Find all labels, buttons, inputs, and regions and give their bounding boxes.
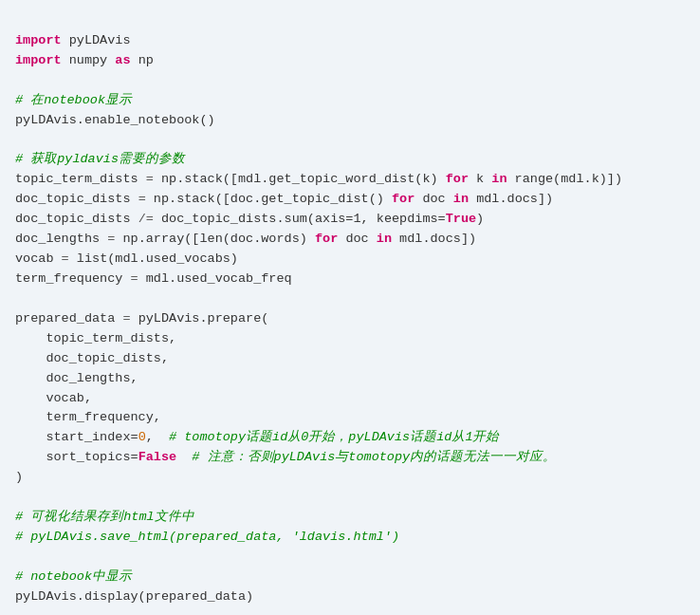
keyword-import2: import [15, 53, 62, 67]
var-doc-topic-dists-assign: doc_topic_dists [15, 212, 131, 226]
var-doc-topic-dists: doc_topic_dists [15, 192, 131, 206]
var-term-freq: term_frequency [15, 271, 122, 286]
code-container: import pyLDAvis import numpy as np # 在no… [0, 0, 700, 615]
comment-1: # 在notebook显示 [15, 93, 132, 107]
keyword-import: import [15, 33, 62, 47]
var-vocab: vocab [15, 252, 54, 266]
code-block: import pyLDAvis import numpy as np # 在no… [15, 11, 685, 615]
arg-vocab: vocab, [15, 391, 92, 405]
arg-start-index: start_index= [15, 430, 138, 444]
arg-doc-topic-dists: doc_topic_dists, [15, 351, 169, 365]
var-prepared-data: prepared_data [15, 311, 115, 326]
arg-sort-topics: sort_topics= [15, 450, 138, 464]
alias-np: np [138, 53, 154, 67]
call-enable-notebook: pyLDAvis.enable_notebook() [15, 113, 215, 127]
var-doc-lengths: doc_lengths [15, 232, 100, 246]
comment-2: # 获取pyldavis需要的参数 [15, 152, 185, 166]
comment-3: # 可视化结果存到html文件中 [15, 510, 194, 524]
arg-doc-lengths: doc_lengths, [15, 371, 138, 385]
close-paren: ) [15, 470, 23, 484]
module-pyldavis: pyLDAvis [69, 33, 131, 47]
comment-4-savehtml: # pyLDAvis.save_html(prepared_data, 'lda… [15, 530, 399, 544]
keyword-as: as [115, 53, 130, 67]
comment-5: # notebook中显示 [15, 569, 132, 584]
arg-term-freq: term_frequency, [15, 410, 161, 424]
call-display: pyLDAvis.display(prepared_data) [15, 589, 253, 604]
arg-topic-term-dists: topic_term_dists, [15, 331, 176, 345]
var-topic-term-dists: topic_term_dists [15, 172, 138, 186]
module-numpy: numpy [69, 53, 108, 67]
